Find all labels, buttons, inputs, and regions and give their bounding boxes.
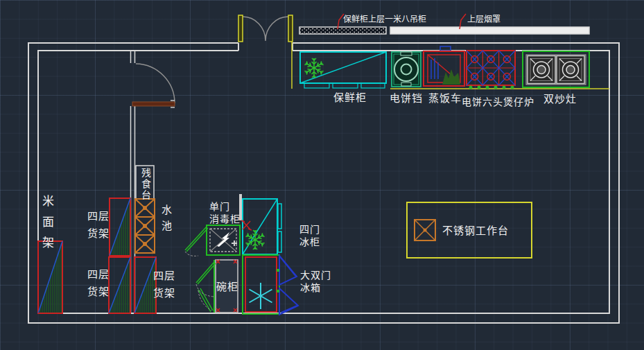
fridge-label[interactable]: 大双门 冰箱 xyxy=(300,269,331,294)
four-layer-shelf-block-2[interactable] xyxy=(109,257,130,313)
double-door-fridge-block[interactable] xyxy=(243,255,298,315)
rice-flour-rack-label[interactable]: 米面架 xyxy=(40,195,53,257)
double-wok-stove-block[interactable] xyxy=(523,51,589,87)
six-head-stove-block[interactable] xyxy=(467,51,515,89)
rice-steamer-label[interactable]: 蒸饭车 xyxy=(428,92,462,105)
four-door-freezer-block[interactable] xyxy=(241,199,281,254)
baking-pan-block[interactable] xyxy=(392,52,421,87)
four-layer-shelf-block-1[interactable] xyxy=(110,198,130,256)
shelf-label-2[interactable]: 四层 货架 xyxy=(87,265,110,300)
cad-drawing-canvas[interactable]: 保鲜柜上层一米八吊柜 上层烟罩 保鲜柜 电饼铛 蒸饭车 电饼六头煲仔炉 双炒灶 … xyxy=(0,0,644,350)
shelf-label-3[interactable]: 四层 货架 xyxy=(153,267,175,301)
snowflake-icon xyxy=(245,230,265,250)
waste-table-label[interactable]: 残食台 xyxy=(139,168,152,201)
disinfect-cabinet-label[interactable]: 单门 消毒柜 xyxy=(209,200,241,225)
fresh-cabinet-block[interactable] xyxy=(300,52,386,88)
four-door-freezer-label[interactable]: 四门 冰柜 xyxy=(299,223,320,248)
hanging-cabinet-note[interactable]: 保鲜柜上层一米八吊柜 xyxy=(343,13,426,26)
shelf-label-1[interactable]: 四层 货架 xyxy=(87,207,110,242)
dish-cabinet-label[interactable]: 碗柜 xyxy=(216,281,238,293)
plant-icon xyxy=(442,69,460,85)
six-head-stove-label[interactable]: 电饼六头煲仔炉 xyxy=(462,96,534,108)
hood-note[interactable]: 上层烟罩 xyxy=(467,13,501,26)
worktable-label[interactable]: 不锈钢工作台 xyxy=(442,225,509,237)
sink-block[interactable] xyxy=(135,199,155,253)
asterisk-icon xyxy=(250,283,272,309)
interior-swing-door[interactable] xyxy=(132,64,175,107)
sink-label[interactable]: 水池 xyxy=(159,204,172,236)
rice-steamer-block[interactable] xyxy=(424,46,464,86)
disinfect-cabinet-block[interactable] xyxy=(185,225,240,256)
baking-pan-label[interactable]: 电饼铛 xyxy=(390,92,423,105)
wok-burner-icon xyxy=(528,56,555,84)
double-wok-label[interactable]: 双炒灶 xyxy=(543,93,577,105)
double-entry-door[interactable] xyxy=(238,15,293,42)
wok-burner-icon xyxy=(557,56,584,84)
snowflake-icon xyxy=(304,58,324,78)
fresh-cabinet-label[interactable]: 保鲜柜 xyxy=(333,91,367,104)
crossed-square-icon xyxy=(424,229,427,232)
